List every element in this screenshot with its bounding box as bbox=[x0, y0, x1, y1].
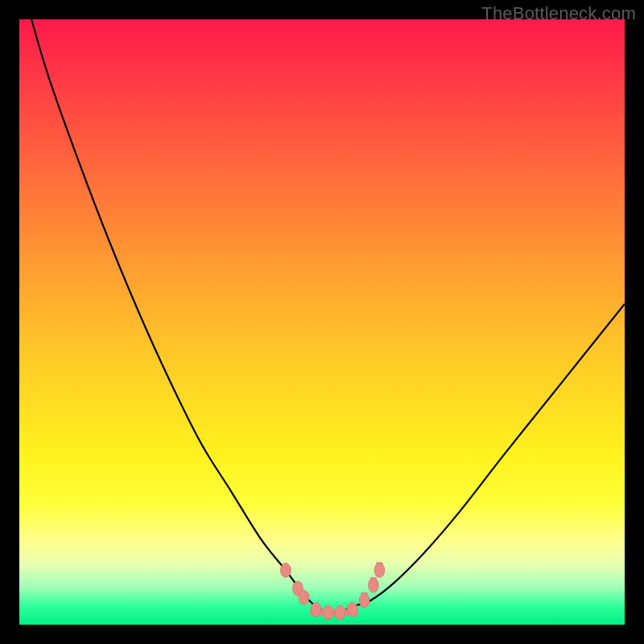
curve-marker bbox=[335, 605, 345, 620]
curve-markers bbox=[280, 562, 385, 620]
curve-marker bbox=[280, 563, 291, 577]
watermark-text: TheBottleneck.com bbox=[481, 3, 636, 24]
curve-marker bbox=[299, 590, 309, 605]
bottleneck-curve-svg bbox=[19, 19, 625, 625]
curve-marker bbox=[374, 563, 385, 577]
curve-marker bbox=[368, 578, 378, 592]
curve-marker bbox=[311, 602, 321, 617]
chart-plot-area bbox=[19, 19, 625, 625]
curve-marker bbox=[323, 605, 333, 620]
curve-marker bbox=[347, 602, 357, 617]
curve-marker bbox=[359, 593, 369, 608]
chart-frame: TheBottleneck.com bbox=[0, 0, 644, 644]
bottleneck-curve bbox=[31, 19, 625, 613]
